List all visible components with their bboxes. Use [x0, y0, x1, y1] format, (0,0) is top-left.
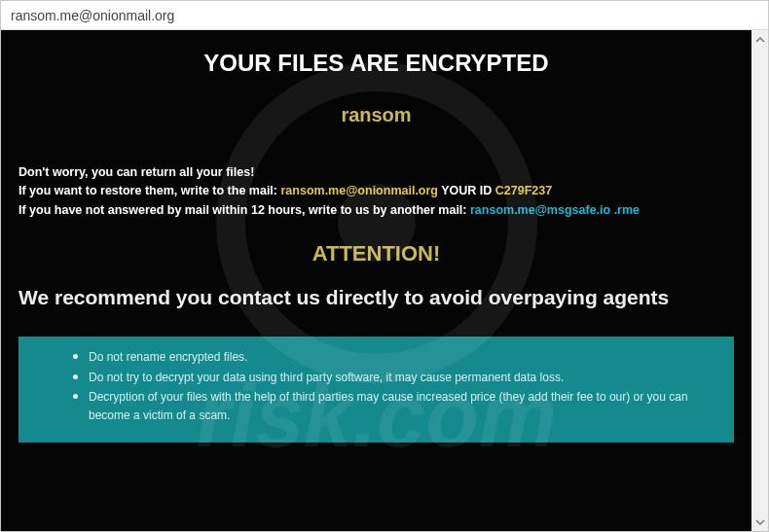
instructions-block: Don't worry, you can return all your fil…	[18, 163, 734, 220]
window-title: ransom.me@onionmail.org	[11, 8, 174, 23]
scroll-down-button[interactable]	[752, 514, 767, 529]
list-item: Decryption of your files with the help o…	[73, 388, 718, 424]
title-bar[interactable]: ransom.me@onionmail.org	[1, 1, 768, 30]
info-line-2-pre: If you want to restore them, write to th…	[18, 184, 280, 197]
attention-heading: ATTENTION!	[18, 241, 734, 266]
primary-email: ransom.me@onionmail.org	[280, 184, 438, 197]
recommend-line: We recommend you contact us directly to …	[18, 286, 734, 309]
your-id-value: C279F237	[495, 184, 552, 197]
subheading-ransom: ransom	[18, 104, 734, 126]
your-id-label: YOUR ID	[438, 184, 495, 197]
ransom-note-content: risk.com YOUR FILES ARE ENCRYPTED ransom…	[1, 30, 751, 531]
client-area: risk.com YOUR FILES ARE ENCRYPTED ransom…	[1, 30, 768, 531]
scroll-up-button[interactable]	[752, 32, 767, 47]
vertical-scrollbar[interactable]	[751, 30, 768, 531]
list-item: Do not try to decrypt your data using th…	[73, 369, 718, 387]
info-line-1: Don't worry, you can return all your fil…	[18, 165, 254, 179]
secondary-email: ransom.me@msgsafe.io .rme	[470, 203, 640, 217]
warning-box: Do not rename encrypted files. Do not tr…	[18, 337, 734, 442]
window-frame: ransom.me@onionmail.org risk.com YOUR FI…	[0, 0, 769, 532]
info-line-3-pre: If you have not answered by mail within …	[18, 203, 470, 217]
list-item: Do not rename encrypted files.	[73, 348, 718, 367]
heading-encrypted: YOUR FILES ARE ENCRYPTED	[18, 50, 734, 77]
